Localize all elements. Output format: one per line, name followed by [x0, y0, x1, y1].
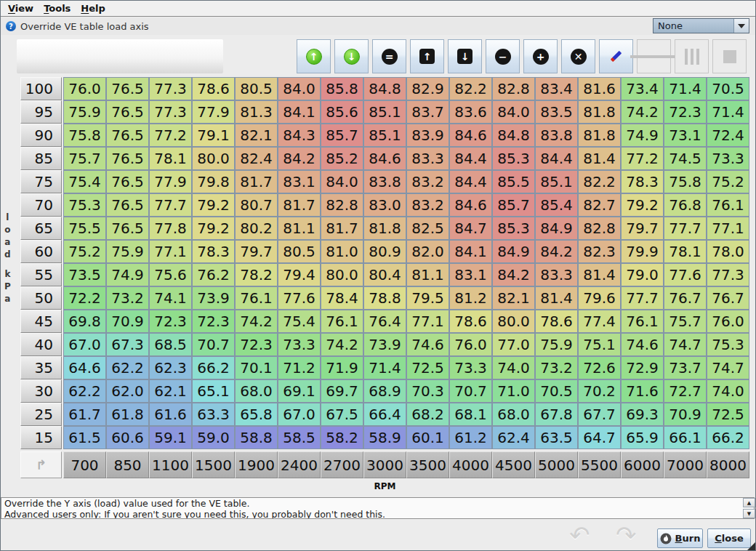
- table-cell[interactable]: 73.5: [63, 263, 106, 286]
- table-cell[interactable]: 70.7: [192, 333, 235, 356]
- table-cell[interactable]: 84.2: [278, 147, 321, 170]
- table-cell[interactable]: 79.7: [621, 217, 664, 240]
- table-cell[interactable]: 74.2: [621, 100, 664, 124]
- table-cell[interactable]: 75.3: [707, 333, 749, 356]
- table-cell[interactable]: 74.7: [664, 333, 707, 356]
- menu-item-help[interactable]: Help: [78, 1, 112, 15]
- table-cell[interactable]: 73.1: [664, 124, 707, 147]
- table-cell[interactable]: 76.5: [106, 193, 149, 217]
- table-cell[interactable]: 78.3: [192, 240, 235, 263]
- table-cell[interactable]: 84.1: [449, 240, 492, 263]
- rpm-axis-value[interactable]: 700: [63, 451, 106, 478]
- rpm-axis-value[interactable]: 6000: [621, 451, 664, 478]
- table-cell[interactable]: 76.1: [321, 310, 363, 333]
- edit-cell-button[interactable]: [599, 39, 633, 73]
- scale-down-button[interactable]: ↓: [334, 39, 369, 73]
- burn-button[interactable]: Burn: [657, 528, 703, 548]
- table-cell[interactable]: 71.4: [664, 77, 707, 100]
- table-cell[interactable]: 82.1: [235, 124, 278, 147]
- table-cell[interactable]: 79.7: [235, 240, 278, 263]
- table-cell[interactable]: 72.5: [707, 403, 749, 426]
- table-cell[interactable]: 80.0: [492, 310, 535, 333]
- table-cell[interactable]: 73.2: [535, 356, 578, 379]
- table-cell[interactable]: 83.5: [535, 100, 578, 124]
- table-cell[interactable]: 80.5: [278, 240, 321, 263]
- table-cell[interactable]: 75.3: [63, 193, 106, 217]
- table-cell[interactable]: 68.2: [406, 403, 449, 426]
- increment-button[interactable]: +: [523, 39, 558, 73]
- table-cell[interactable]: 70.2: [578, 379, 621, 403]
- table-cell[interactable]: 74.0: [707, 379, 749, 403]
- table-cell[interactable]: 76.1: [707, 193, 749, 217]
- table-cell[interactable]: 76.0: [449, 333, 492, 356]
- table-cell[interactable]: 80.4: [363, 263, 406, 286]
- table-cell[interactable]: 72.4: [707, 124, 749, 147]
- table-cell[interactable]: 82.3: [578, 240, 621, 263]
- rpm-axis-value[interactable]: 2400: [278, 451, 321, 478]
- table-cell[interactable]: 71.6: [621, 379, 664, 403]
- table-cell[interactable]: 78.3: [621, 170, 664, 193]
- table-cell[interactable]: 75.5: [63, 217, 106, 240]
- table-cell[interactable]: 81.2: [449, 286, 492, 310]
- table-cell[interactable]: 76.5: [106, 100, 149, 124]
- table-cell[interactable]: 77.1: [406, 310, 449, 333]
- table-cell[interactable]: 80.2: [235, 217, 278, 240]
- table-cell[interactable]: 65.8: [235, 403, 278, 426]
- table-cell[interactable]: 74.9: [106, 263, 149, 286]
- table-cell[interactable]: 67.7: [578, 403, 621, 426]
- table-cell[interactable]: 61.6: [149, 403, 192, 426]
- table-cell[interactable]: 71.4: [363, 356, 406, 379]
- table-cell[interactable]: 78.4: [321, 286, 363, 310]
- table-cell[interactable]: 68.9: [363, 379, 406, 403]
- table-cell[interactable]: 77.3: [149, 77, 192, 100]
- rpm-axis-value[interactable]: 1500: [192, 451, 235, 478]
- table-cell[interactable]: 79.2: [192, 193, 235, 217]
- table-cell[interactable]: 78.1: [664, 240, 707, 263]
- menu-item-view[interactable]: View: [5, 1, 41, 15]
- table-cell[interactable]: 79.2: [621, 193, 664, 217]
- table-cell[interactable]: 76.5: [106, 147, 149, 170]
- table-cell[interactable]: 85.2: [321, 147, 363, 170]
- table-cell[interactable]: 59.0: [192, 426, 235, 449]
- table-cell[interactable]: 68.0: [235, 379, 278, 403]
- table-cell[interactable]: 84.4: [449, 147, 492, 170]
- table-cell[interactable]: 63.3: [192, 403, 235, 426]
- table-cell[interactable]: 84.4: [449, 170, 492, 193]
- table-cell[interactable]: 79.6: [578, 286, 621, 310]
- table-cell[interactable]: 76.0: [63, 77, 106, 100]
- table-cell[interactable]: 85.7: [321, 124, 363, 147]
- table-cell[interactable]: 64.7: [578, 426, 621, 449]
- table-cell[interactable]: 82.9: [406, 77, 449, 100]
- table-cell[interactable]: 75.9: [106, 240, 149, 263]
- rpm-axis-value[interactable]: 3500: [406, 451, 449, 478]
- table-cell[interactable]: 77.2: [621, 147, 664, 170]
- load-axis-override-select[interactable]: None: [653, 18, 749, 33]
- table-cell[interactable]: 70.9: [106, 310, 149, 333]
- table-cell[interactable]: 79.4: [278, 263, 321, 286]
- table-cell[interactable]: 72.2: [63, 286, 106, 310]
- table-cell[interactable]: 76.7: [707, 286, 749, 310]
- table-cell[interactable]: 83.8: [535, 124, 578, 147]
- table-cell[interactable]: 62.0: [106, 379, 149, 403]
- table-cell[interactable]: 84.2: [492, 263, 535, 286]
- help-icon[interactable]: ?: [6, 21, 16, 31]
- set-equal-button[interactable]: =: [372, 39, 406, 73]
- table-cell[interactable]: 78.1: [149, 147, 192, 170]
- table-cell[interactable]: 82.8: [578, 217, 621, 240]
- table-cell[interactable]: 72.6: [578, 356, 621, 379]
- table-cell[interactable]: 81.4: [578, 263, 621, 286]
- table-cell[interactable]: 62.2: [63, 379, 106, 403]
- table-cell[interactable]: 62.3: [149, 356, 192, 379]
- table-cell[interactable]: 75.1: [578, 333, 621, 356]
- table-cell[interactable]: 73.7: [664, 356, 707, 379]
- table-cell[interactable]: 73.2: [106, 286, 149, 310]
- table-cell[interactable]: 84.4: [535, 147, 578, 170]
- table-cell[interactable]: 75.8: [664, 170, 707, 193]
- table-cell[interactable]: 71.2: [278, 356, 321, 379]
- table-cell[interactable]: 76.8: [664, 193, 707, 217]
- table-cell[interactable]: 74.6: [406, 333, 449, 356]
- table-cell[interactable]: 77.3: [707, 263, 749, 286]
- table-cell[interactable]: 74.0: [492, 356, 535, 379]
- table-cell[interactable]: 81.7: [278, 193, 321, 217]
- table-cell[interactable]: 73.9: [363, 333, 406, 356]
